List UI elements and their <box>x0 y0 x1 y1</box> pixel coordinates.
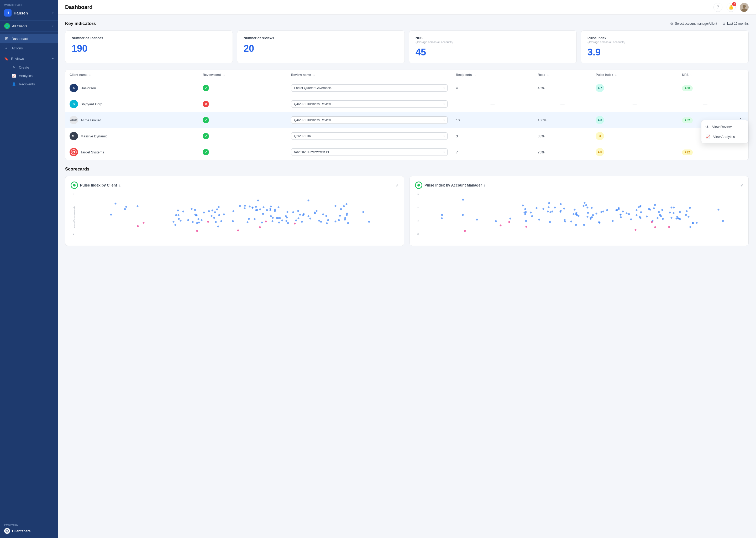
topbar-actions: ? 🔔 2 <box>714 3 749 12</box>
cell-pulse-acme: 4.3 <box>591 112 678 128</box>
kpi-value-reviews: 20 <box>244 43 398 54</box>
actions-icon: ✓ <box>4 46 9 50</box>
scorecard-title-client: Pulse Index by Client <box>80 183 117 187</box>
review-select-shipyard[interactable]: Q4/2021 Business Review... ▾ <box>291 100 448 108</box>
cell-recipients-target: 7 <box>452 144 534 160</box>
cell-nps-halvorson: +68 <box>678 80 732 96</box>
review-select-massive[interactable]: Q2/2021 BR ▾ <box>291 133 448 140</box>
reviews-table-container: Client name ↑↓ Review sent ↑↓ Review nam… <box>65 70 749 160</box>
help-button[interactable]: ? <box>714 3 722 12</box>
y-label-client: Relationship & Reviews <box>73 206 75 228</box>
dropdown-view-analytics[interactable]: 📈 View Analytics <box>701 132 748 141</box>
sidebar-item-label-dashboard: Dashboard <box>12 37 28 41</box>
context-menu-acme: 👁 View Review 📈 View Analytics <box>701 120 748 143</box>
sidebar-item-recipients[interactable]: 👤 Recipients <box>12 80 58 88</box>
status-x-shipyard: ✕ <box>203 101 209 107</box>
sidebar-item-dashboard[interactable]: ⊞ Dashboard <box>0 34 58 43</box>
nps-badge-halvorson: +68 <box>682 85 692 91</box>
avatar-massive: M <box>70 132 78 140</box>
cell-review-sent-acme: ✓ <box>199 112 287 128</box>
client-name-massive: Massive Dynamic <box>80 134 107 138</box>
review-select-target[interactable]: Nov 2020 Review with PE ▾ <box>291 148 448 156</box>
y-axis-manager: 5432 <box>415 193 419 235</box>
key-indicators-header: Key indicators ⚙ Select account manager/… <box>65 21 749 26</box>
col-pulse-index[interactable]: Pulse Index ↑↓ <box>591 70 678 80</box>
sidebar-item-create[interactable]: ✎ Create <box>12 63 58 72</box>
brand-icon: H <box>4 9 12 17</box>
info-icon-manager[interactable]: ℹ <box>484 183 485 187</box>
kpi-label-pulse: Pulse index <box>588 36 742 40</box>
expand-icon-manager[interactable]: ⤢ <box>740 183 743 187</box>
period-filter-label: Last 12 months <box>727 22 749 26</box>
scorecard-dot-client <box>73 184 75 187</box>
table-row: Target Systems ✓ Nov 2020 Review with PE… <box>65 144 748 160</box>
cell-review-sent-target: ✓ <box>199 144 287 160</box>
table-row: h Halvorson ✓ End of Quarter Goverance..… <box>65 80 748 96</box>
client-name-acme: Acme Limited <box>80 118 101 122</box>
status-check-target: ✓ <box>203 149 209 155</box>
period-filter-button[interactable]: ⚙ Last 12 months <box>722 22 749 26</box>
sidebar-item-label-analytics: Analytics <box>19 74 32 78</box>
sidebar-item-label-actions: Actions <box>12 46 23 50</box>
scorecard-pulse-manager: Pulse Index by Account Manager ℹ ⤢ 5432 <box>409 176 749 246</box>
filter-icon-period: ⚙ <box>722 22 726 26</box>
section-filters: ⚙ Select account manager/client ⚙ Last 1… <box>670 22 749 26</box>
notifications-button[interactable]: 🔔 2 <box>727 3 735 12</box>
scorecards-grid: Pulse Index by Client ℹ ⤢ 5432 Relations… <box>65 176 749 246</box>
brand-name: Hansen <box>14 11 50 15</box>
col-recipients[interactable]: Recipients ↑↓ <box>452 70 534 80</box>
col-client[interactable]: Client name ↑↓ <box>65 70 199 80</box>
sidebar-item-analytics[interactable]: 📈 Analytics <box>12 72 58 80</box>
col-actions <box>732 70 748 80</box>
sidebar: WORKSPACE H Hansen ▾ 🌐 All Clients ▾ ⊞ D… <box>0 0 58 538</box>
review-select-acme[interactable]: Q4/2021 Business Review ▾ <box>291 116 448 124</box>
review-select-halvorson[interactable]: End of Quarter Goverance... ▾ <box>291 84 448 92</box>
sidebar-item-actions[interactable]: ✓ Actions <box>0 43 58 53</box>
cell-pulse-halvorson: 4.7 <box>591 80 678 96</box>
key-indicators-title: Key indicators <box>65 21 96 26</box>
sort-icon-nps: ↑↓ <box>690 74 692 77</box>
scorecards-title: Scorecards <box>65 167 89 172</box>
review-select-chevron-halvorson: ▾ <box>443 87 445 89</box>
kpi-card-reviews: Number of reviews 20 <box>237 30 405 63</box>
clientshare-brand: Clientshare <box>4 528 54 534</box>
create-icon: ✎ <box>12 65 16 70</box>
reviews-icon: 🔖 <box>4 57 8 61</box>
clients-selector[interactable]: 🌐 All Clients ▾ <box>0 21 58 32</box>
expand-icon-client[interactable]: ⤢ <box>396 183 399 187</box>
kpi-value-nps: 45 <box>415 47 570 58</box>
sort-icon-review-name: ↑↓ <box>313 74 315 77</box>
cell-review-sent-halvorson: ✓ <box>199 80 287 96</box>
brand-selector[interactable]: H Hansen ▾ <box>0 8 58 21</box>
scorecard-title-row-manager: Pulse Index by Account Manager ℹ <box>415 182 485 189</box>
review-select-chevron-acme: ▾ <box>443 119 445 122</box>
sort-icon-client: ↑↓ <box>89 74 91 77</box>
nps-badge-target: +32 <box>682 149 692 155</box>
sort-icon-review-sent: ↑↓ <box>223 74 225 77</box>
filter-icon-account: ⚙ <box>670 22 673 26</box>
review-select-text-halvorson: End of Quarter Goverance... <box>294 86 334 90</box>
col-nps[interactable]: NPS ↑↓ <box>678 70 732 80</box>
view-review-icon: 👁 <box>706 125 710 129</box>
col-review-name[interactable]: Review name ↑↓ <box>287 70 452 80</box>
pulse-badge-halvorson: 4.7 <box>595 84 604 92</box>
scorecard-header-client: Pulse Index by Client ℹ ⤢ <box>71 182 399 189</box>
clients-chevron-icon: ▾ <box>52 25 54 27</box>
scorecard-dot-manager <box>417 184 420 187</box>
kpi-label-reviews: Number of reviews <box>244 36 398 40</box>
info-icon-client[interactable]: ℹ <box>119 183 120 187</box>
cell-recipients-halvorson: 4 <box>452 80 534 96</box>
reviews-section: 🔖 Reviews ▾ ✎ Create 📈 Analytics 👤 Recip… <box>0 53 58 90</box>
col-read[interactable]: Read ↑↓ <box>533 70 591 80</box>
cell-review-name-shipyard: Q4/2021 Business Review... ▾ <box>287 96 452 112</box>
user-avatar[interactable] <box>740 3 749 12</box>
kpi-card-licences: Number of licences 190 <box>65 30 233 63</box>
cell-read-halvorson: 46% <box>533 80 591 96</box>
kpi-card-nps: NPS (Average across all accounts) 45 <box>409 30 577 63</box>
cell-nps-target: +32 <box>678 144 732 160</box>
clientshare-name: Clientshare <box>12 529 31 533</box>
col-review-sent[interactable]: Review sent ↑↓ <box>199 70 287 80</box>
account-filter-button[interactable]: ⚙ Select account manager/client <box>670 22 717 26</box>
dropdown-view-review[interactable]: 👁 View Review <box>701 122 748 132</box>
sidebar-item-reviews[interactable]: 🔖 Reviews ▾ <box>0 54 58 63</box>
